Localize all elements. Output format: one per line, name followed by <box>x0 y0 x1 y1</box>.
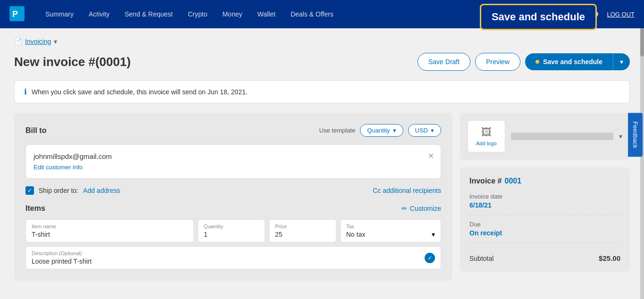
items-title: Items <box>25 204 45 213</box>
invoicing-icon: 📄 <box>14 38 22 45</box>
description-content: Description (Optional) Loose printed T-s… <box>32 250 92 265</box>
description-label: Description (Optional) <box>32 250 92 256</box>
tax-label: Tax <box>346 224 435 229</box>
left-panel: Bill to Use template Quantity ▾ USD ▾ jo… <box>14 113 452 281</box>
company-name-placeholder <box>511 133 613 140</box>
bill-to-header: Bill to Use template Quantity ▾ USD ▾ <box>25 124 441 137</box>
description-value: Loose printed T-shirt <box>32 257 92 265</box>
save-draft-button[interactable]: Save Draft <box>418 53 470 71</box>
pencil-icon: ✏ <box>401 205 407 212</box>
image-icon: 🖼 <box>481 126 492 139</box>
info-icon: ℹ <box>24 87 27 96</box>
paypal-logo: P <box>9 6 25 23</box>
breadcrumb: 📄 Invoicing ▾ <box>14 38 630 45</box>
ship-order-row: Ship order to: Add address Cc additional… <box>25 186 441 195</box>
breadcrumb-chevron-icon[interactable]: ▾ <box>54 38 57 45</box>
quantity-label: Quantity <box>204 224 259 229</box>
ship-order-label: Ship order to: <box>39 187 78 194</box>
invoice-date-row: Invoice date 6/18/21 <box>469 193 620 215</box>
invoice-number: 0001 <box>504 177 521 185</box>
right-panel: 🖼 Add logo ▾ Invoice # 0001 Invoice date… <box>460 113 630 272</box>
summary-section: Invoice # 0001 Invoice date 6/18/21 Due … <box>460 167 630 272</box>
use-template-label: Use template <box>319 127 356 134</box>
subtotal-row: Subtotal $25.00 <box>469 249 620 262</box>
bill-to-title: Bill to <box>25 126 46 135</box>
cc-recipients-link[interactable]: Cc additional recipients <box>373 187 441 194</box>
invoice-date-label: Invoice date <box>469 193 620 200</box>
add-logo-button[interactable]: 🖼 Add logo <box>468 120 505 152</box>
invoice-num-label: Invoice # <box>469 177 502 185</box>
due-label: Due <box>469 221 620 228</box>
info-banner: ℹ When you click save and schedule, this… <box>14 80 630 103</box>
due-value: On receipt <box>469 229 620 237</box>
nav-wallet[interactable]: Wallet <box>251 7 282 22</box>
tax-dropdown-row: No tax ▾ <box>346 231 435 238</box>
save-schedule-tooltip: Save and schedule <box>480 4 597 30</box>
add-address-link[interactable]: Add address <box>83 187 120 194</box>
description-check-icon[interactable]: ✓ <box>425 253 435 263</box>
item-name-value: T-shirt <box>32 231 188 238</box>
nav-money[interactable]: Money <box>216 7 249 22</box>
template-selector: Use template Quantity ▾ USD ▾ <box>319 124 441 137</box>
template-dropdown[interactable]: Quantity ▾ <box>360 124 403 137</box>
quantity-field[interactable]: Quantity 1 <box>198 219 265 242</box>
description-row[interactable]: Description (Optional) Loose printed T-s… <box>25 246 441 269</box>
preview-button[interactable]: Preview <box>475 53 520 71</box>
price-field[interactable]: Price 25 <box>269 219 336 242</box>
subtotal-value: $25.00 <box>599 254 620 262</box>
dot-icon <box>535 60 539 64</box>
page-content: 📄 Invoicing ▾ New invoice #(0001) Save D… <box>0 28 644 290</box>
currency-dropdown[interactable]: USD ▾ <box>408 124 441 137</box>
navbar: P Summary Activity Send & Request Crypto… <box>0 0 644 28</box>
items-header: Items ✏ Customize <box>25 204 441 213</box>
tax-field[interactable]: Tax No tax ▾ <box>340 219 441 242</box>
nav-activity[interactable]: Activity <box>82 7 116 22</box>
customer-email: johnmillspdx@gmail.com <box>33 152 433 160</box>
item-name-field[interactable]: Item name T-shirt <box>25 219 194 242</box>
item-row: Item name T-shirt Quantity 1 Price 25 Ta… <box>25 219 441 242</box>
invoice-actions: Save Draft Preview Save and schedule ▾ <box>418 53 630 71</box>
nav-deals[interactable]: Deals & Offers <box>284 7 340 22</box>
currency-chevron-icon: ▾ <box>431 127 434 134</box>
invoice-date-value: 6/18/21 <box>469 201 620 209</box>
quantity-value: 1 <box>204 231 259 238</box>
feedback-tab[interactable]: Feedback <box>628 113 643 157</box>
nav-summary[interactable]: Summary <box>39 7 80 22</box>
price-value: 25 <box>275 231 330 238</box>
customize-button[interactable]: ✏ Customize <box>401 205 441 212</box>
customer-card: johnmillspdx@gmail.com Edit customer inf… <box>25 144 441 179</box>
save-schedule-group: Save and schedule ▾ <box>525 53 630 70</box>
invoice-header: New invoice #(0001) Save Draft Preview S… <box>14 53 630 71</box>
price-label: Price <box>275 224 330 229</box>
invoicing-link[interactable]: Invoicing <box>25 38 51 45</box>
item-name-label: Item name <box>32 224 188 229</box>
logout-button[interactable]: LOG OUT <box>607 11 635 18</box>
svg-text:P: P <box>12 9 18 19</box>
remove-customer-button[interactable]: ✕ <box>428 151 434 160</box>
edit-customer-button[interactable]: Edit customer info <box>33 164 83 171</box>
add-logo-label: Add logo <box>476 141 496 146</box>
nav-actions: ⚙ LOG OUT <box>591 8 635 20</box>
save-schedule-dropdown-button[interactable]: ▾ <box>613 53 630 70</box>
info-message: When you click save and schedule, this i… <box>32 88 248 96</box>
nav-crypto[interactable]: Crypto <box>181 7 214 22</box>
logo-section: 🖼 Add logo ▾ <box>460 113 630 160</box>
invoice-title: New invoice #(0001) <box>14 55 131 69</box>
ship-order-left: Ship order to: Add address <box>25 186 120 195</box>
subtotal-label: Subtotal <box>469 255 493 262</box>
template-chevron-icon: ▾ <box>393 127 396 134</box>
tax-value: No tax <box>346 231 365 238</box>
ship-order-checkbox[interactable] <box>25 186 34 195</box>
scrollbar[interactable] <box>640 28 644 290</box>
due-row: Due On receipt <box>469 221 620 243</box>
summary-invoice-header: Invoice # 0001 <box>469 177 620 185</box>
logo-section-chevron-icon[interactable]: ▾ <box>619 133 622 140</box>
tax-chevron-icon[interactable]: ▾ <box>432 231 435 238</box>
nav-send-request[interactable]: Send & Request <box>118 7 179 22</box>
save-schedule-button[interactable]: Save and schedule <box>525 53 613 70</box>
main-grid: Bill to Use template Quantity ▾ USD ▾ jo… <box>14 113 630 281</box>
scrollbar-thumb[interactable] <box>640 28 644 57</box>
